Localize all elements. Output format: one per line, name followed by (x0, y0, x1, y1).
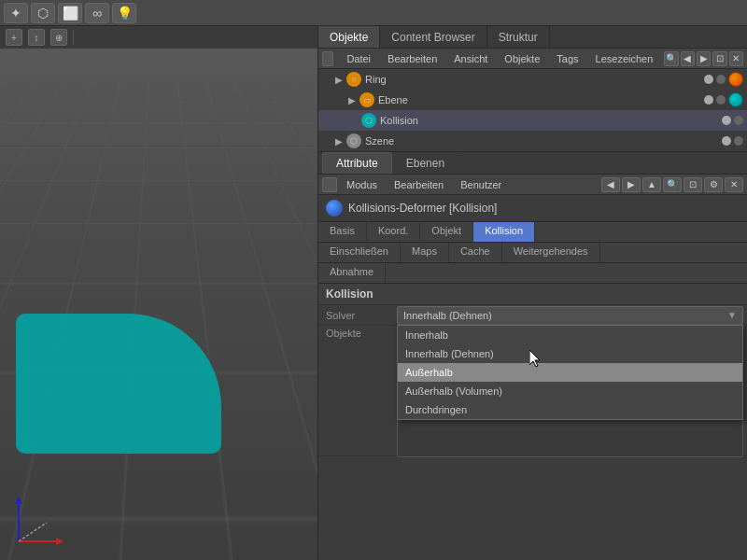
ring-dot1 (704, 75, 713, 84)
top-toolbar: ✦ ⬡ ⬜ ∞ 💡 (0, 0, 747, 26)
menu-ansicht[interactable]: Ansicht (446, 51, 495, 66)
svg-line-2 (19, 523, 47, 541)
solver-dropdown[interactable]: Innerhalb (Dehnen) ▼ Innerhalb Innerhalb… (397, 306, 743, 325)
toolbar-icon-3[interactable]: ⬜ (58, 3, 82, 23)
attr-toolbar: Modus Bearbeiten Benutzer ◀ ▶ ▲ 🔍 ⊡ ⚙ ✕ (318, 175, 747, 195)
right-panel: Objekte Content Browser Struktur Datei B… (317, 26, 747, 560)
ebene-label: Ebene (378, 94, 408, 105)
prop-tab-koord[interactable]: Koord. (367, 222, 420, 242)
svg-marker-4 (15, 497, 22, 504)
tab-objekte[interactable]: Objekte (318, 26, 380, 48)
vp-topbar-sep (73, 30, 74, 45)
menu-datei[interactable]: Datei (339, 51, 378, 66)
szene-label: Szene (365, 135, 394, 147)
vp-topbar-btn2[interactable]: ↕ (28, 29, 45, 46)
attr-tabs: Attribute Ebenen (318, 152, 747, 175)
dropdown-option-innerhalb-dehnen[interactable]: Innerhalb (Dehnen) (398, 344, 742, 363)
ring-label: Ring (365, 74, 387, 85)
ebene-expand-icon: ▶ (348, 95, 356, 105)
attr-toolbar-icon (322, 177, 337, 192)
szene-dot1 (722, 136, 731, 146)
prop-tabs3: Abnahme (318, 263, 747, 284)
nav-fwd-icon[interactable]: ▶ (697, 51, 711, 66)
nav-back-icon[interactable]: ◀ (681, 51, 695, 66)
solver-row: Solver Innerhalb (Dehnen) ▼ Innerhalb In… (318, 305, 747, 326)
szene-controls (722, 136, 743, 146)
prop-tab-objekt[interactable]: Objekt (420, 222, 473, 242)
attr-tab-attribute[interactable]: Attribute (322, 152, 392, 174)
object-row-ring[interactable]: ▶ ○ Ring (318, 69, 747, 90)
attr-func3[interactable]: ⚙ (704, 177, 723, 192)
prop-tab-abnahme[interactable]: Abnahme (318, 263, 386, 283)
attr-benutzer-btn[interactable]: Benutzer (453, 177, 509, 192)
kollision-controls (722, 116, 743, 125)
object-row-ebene[interactable]: ▶ ▭ Ebene (318, 90, 747, 110)
prop-tab-weitergehendes[interactable]: Weitergehendes (502, 243, 600, 262)
toolbar-icon-4[interactable]: ∞ (85, 3, 109, 23)
dropdown-arrow-icon: ▼ (727, 310, 737, 320)
attr-func2[interactable]: ⊡ (684, 177, 702, 192)
ebene-controls (704, 92, 743, 107)
prop-tab-cache[interactable]: Cache (449, 243, 502, 262)
solver-dropdown-menu: Innerhalb Innerhalb (Dehnen) Außerhalb A… (397, 325, 743, 420)
ring-dot2 (716, 75, 726, 84)
kollision-dot1 (722, 116, 731, 125)
ebene-dot1 (704, 95, 713, 105)
szene-dot2 (734, 136, 743, 146)
attr-func4[interactable]: ✕ (725, 177, 743, 192)
panel-tabs-top: Objekte Content Browser Struktur (318, 26, 747, 49)
attr-bearbeiten-btn[interactable]: Bearbeiten (387, 177, 451, 192)
attr-modus-btn[interactable]: Modus (339, 177, 385, 192)
dropdown-option-innerhalb[interactable]: Innerhalb (398, 326, 742, 344)
attr-nav-left[interactable]: ◀ (601, 177, 620, 192)
toolbar-icon-1[interactable]: ✦ (4, 3, 28, 23)
window-icon[interactable]: ⊡ (712, 51, 726, 66)
ebene-sphere (728, 92, 743, 107)
szene-icon: ⬡ (346, 133, 361, 148)
prop-tab-kollision[interactable]: Kollision (473, 222, 535, 242)
prop-tabs2: Einschließen Maps Cache Weitergehendes (318, 243, 747, 263)
dropdown-option-durchdringen[interactable]: Durchdringen (398, 400, 742, 419)
tab-struktur[interactable]: Struktur (487, 26, 550, 48)
viewport-topbar: + ↕ ⊕ (0, 26, 317, 49)
menu-lesezeichen[interactable]: Lesezeichen (588, 51, 661, 66)
attr-nav-right[interactable]: ▶ (622, 177, 641, 192)
szene-expand-icon: ▶ (335, 136, 343, 147)
object-list: ▶ ○ Ring ▶ ▭ Ebene (318, 69, 747, 152)
main-layout: + ↕ ⊕ Objekte Content Browser Struktur D… (0, 26, 747, 560)
prop-tab-basis[interactable]: Basis (318, 222, 367, 242)
menu-objekte[interactable]: Objekte (497, 51, 547, 66)
ring-sphere (728, 72, 743, 87)
solver-label: Solver (318, 310, 393, 321)
obj-info-header: Kollisions-Deformer [Kollision] (318, 195, 747, 222)
dropdown-option-ausserhalb-volumen[interactable]: Außerhalb (Volumen) (398, 382, 742, 400)
svg-marker-3 (56, 538, 63, 545)
viewport[interactable]: + ↕ ⊕ (0, 26, 317, 560)
vp-topbar-btn3[interactable]: ⊕ (50, 29, 67, 46)
toolbar-icon-2[interactable]: ⬡ (31, 3, 55, 23)
attr-search[interactable]: 🔍 (663, 177, 682, 192)
menu-bearbeiten[interactable]: Bearbeiten (380, 51, 444, 66)
kollision-label: Kollision (380, 115, 418, 126)
menu-bar: Datei Bearbeiten Ansicht Objekte Tags Le… (318, 49, 747, 69)
dropdown-option-ausserhalb[interactable]: Außerhalb (398, 363, 742, 382)
ebene-dot2 (716, 95, 726, 105)
solver-dropdown-value: Innerhalb (Dehnen) (403, 310, 492, 321)
ring-controls (704, 72, 743, 87)
attr-func1[interactable]: ▲ (642, 177, 661, 192)
tab-content-browser[interactable]: Content Browser (380, 26, 486, 48)
vp-topbar-btn1[interactable]: + (6, 29, 22, 46)
menu-tags[interactable]: Tags (549, 51, 585, 66)
object-row-szene[interactable]: ▶ ⬡ Szene (318, 131, 747, 151)
object-row-kollision[interactable]: ⬡ Kollision (318, 110, 747, 131)
toolbar-icon-5[interactable]: 💡 (112, 3, 136, 23)
prop-tab-maps[interactable]: Maps (401, 243, 449, 262)
obj-info-icon (326, 200, 343, 217)
ring-expand-icon: ▶ (335, 75, 343, 85)
prop-tab-einschliessen[interactable]: Einschließen (318, 243, 401, 262)
solver-dropdown-selected[interactable]: Innerhalb (Dehnen) ▼ (397, 306, 743, 325)
prop-tabs: Basis Koord. Objekt Kollision (318, 222, 747, 243)
search-icon[interactable]: 🔍 (664, 51, 678, 66)
attr-tab-ebenen[interactable]: Ebenen (392, 152, 458, 174)
close-icon[interactable]: ✕ (729, 51, 743, 66)
